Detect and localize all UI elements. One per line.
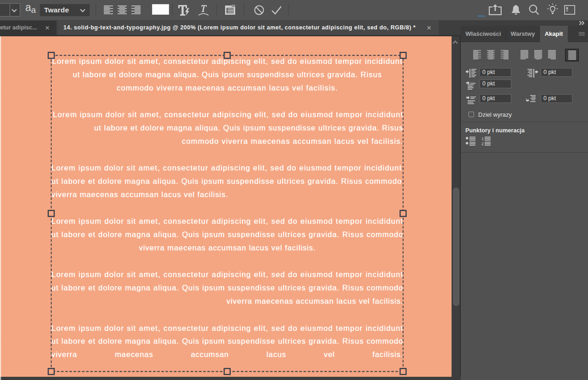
- svg-text:2: 2: [481, 142, 484, 146]
- svg-text:1: 1: [481, 136, 484, 141]
